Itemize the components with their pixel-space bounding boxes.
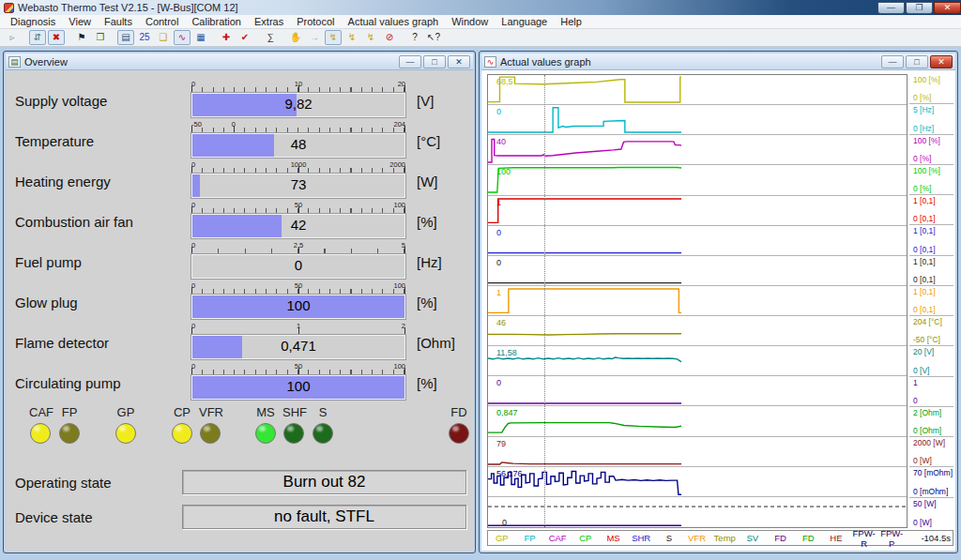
value-bar: 100 xyxy=(191,295,405,319)
row-circulating-pump: Circulating pump 0 50 100 100 [%] xyxy=(15,359,467,400)
graph-close-button[interactable]: ✕ xyxy=(930,55,953,68)
strip-value: 11,58 xyxy=(496,348,517,357)
table-icon[interactable]: ▦ xyxy=(192,30,209,45)
device-state-value: no fault, STFL xyxy=(182,505,466,529)
protocol-icon[interactable]: ❒ xyxy=(92,30,109,45)
graph-plot-area: 68,5 0 40 100 1 xyxy=(487,74,908,528)
strip-value: 1 xyxy=(496,288,501,297)
vfr-led-icon xyxy=(200,423,221,444)
overview-window: ▤ Overview — □ ✕ Supply voltage 0 10 20 xyxy=(4,52,475,552)
faults-bubble-icon[interactable]: ❑ xyxy=(155,30,172,45)
caf-led-icon xyxy=(30,423,51,444)
overview-close-button[interactable]: ✕ xyxy=(448,55,470,68)
flash-stop-icon[interactable]: ↯ xyxy=(362,30,379,45)
stop-icon[interactable]: ✖ xyxy=(48,30,65,45)
check-icon[interactable]: ✔ xyxy=(236,30,253,45)
time-cursor-line[interactable] xyxy=(544,75,545,527)
strip-gp: 68,5 xyxy=(488,75,907,105)
menu-window[interactable]: Window xyxy=(445,15,495,29)
value-bar: 0 xyxy=(191,254,405,279)
strip-shr: 0 xyxy=(488,226,907,256)
row-label: Temperature xyxy=(15,126,191,149)
strip-value: 0 xyxy=(496,378,501,387)
led-vfr: VFR xyxy=(199,405,221,444)
mdi-area: ▤ Overview — □ ✕ Supply voltage 0 10 20 xyxy=(0,48,961,560)
menu-calibration[interactable]: Calibration xyxy=(185,15,248,29)
flag-icon[interactable]: ⚑ xyxy=(73,30,90,45)
overview-minimize-button[interactable]: — xyxy=(399,55,421,68)
menu-extras[interactable]: Extras xyxy=(248,15,290,29)
overview-window-icon[interactable]: ▤ xyxy=(117,30,134,45)
bar-value: 73 xyxy=(192,176,404,192)
axis-gp: 100 [%]0 [%] xyxy=(909,74,953,104)
row-label: Combustion air fan xyxy=(15,206,191,230)
legend-s: S xyxy=(655,533,683,543)
row-unit: [W] xyxy=(405,166,438,189)
legend-fpw-r: FPW-R xyxy=(850,528,878,549)
overview-restore-button[interactable]: □ xyxy=(423,55,446,68)
flash-record-icon[interactable]: ↯ xyxy=(325,30,342,45)
prohibit-icon[interactable]: ⊘ xyxy=(381,30,398,45)
restore-button[interactable]: ❐ xyxy=(906,2,933,14)
bar-value: 42 xyxy=(192,217,404,233)
strip-cp: 100 xyxy=(488,165,907,195)
row-flame-detector: Flame detector 0 1 2 0,471 [Ohm] xyxy=(15,319,467,359)
menu-language[interactable]: Language xyxy=(495,15,554,29)
legend-caf: CAF xyxy=(543,533,572,543)
strip-s: 0 xyxy=(488,256,907,286)
ruler: 0 1000 2000 xyxy=(191,160,405,174)
menu-help[interactable]: Help xyxy=(554,15,588,29)
strip-fp: 0 xyxy=(488,105,907,135)
bar-value: 9,82 xyxy=(192,96,404,112)
graph-window-icon[interactable]: ∿ xyxy=(174,30,191,45)
bar-value: 100 xyxy=(192,297,404,313)
graph-restore-button[interactable]: □ xyxy=(906,55,928,68)
axis-sv: 20 [V]0 [V] xyxy=(909,346,953,376)
led-shf: SHF xyxy=(282,405,305,444)
trace-fp xyxy=(488,108,681,132)
bar-value: 0,471 xyxy=(192,338,404,354)
graph-axis-column: 100 [%]0 [%] 5 [Hz]0 [Hz] 100 [%]0 [%] 1… xyxy=(909,74,953,528)
export-icon[interactable]: ▹ xyxy=(4,30,21,45)
strip-fd2: 0,847 xyxy=(488,406,907,436)
menu-faults[interactable]: Faults xyxy=(98,15,139,29)
row-unit: [°C] xyxy=(405,126,440,149)
flash-add-icon[interactable]: ↯ xyxy=(343,30,360,45)
menu-diagnosis[interactable]: Diagnosis xyxy=(4,15,62,29)
minimize-button[interactable]: — xyxy=(877,2,905,14)
main-titlebar[interactable]: Webasto Thermo Test V2.15 - [W-Bus][COM … xyxy=(0,0,961,15)
menu-protocol[interactable]: Protocol xyxy=(290,15,341,29)
actual-values-icon[interactable]: 25 xyxy=(136,30,153,45)
close-button[interactable]: ✕ xyxy=(934,2,961,14)
help-icon[interactable]: ? xyxy=(406,30,423,45)
axis-caf: 100 [%]0 [%] xyxy=(909,135,953,165)
overview-titlebar[interactable]: ▤ Overview — □ ✕ xyxy=(6,53,473,70)
menu-view[interactable]: View xyxy=(62,15,98,29)
graph-titlebar[interactable]: ∿ Actual values graph — □ ✕ xyxy=(481,53,955,70)
axis-shr: 1 [0,1]0 [0,1] xyxy=(909,225,953,255)
graph-minimize-button[interactable]: — xyxy=(881,55,904,68)
axis-fpw-r: 70 [mOhm]0 [mOhm] xyxy=(909,467,953,497)
strip-caf: 40 xyxy=(488,135,907,165)
add-icon[interactable]: ✚ xyxy=(218,30,235,45)
menu-actual-values-graph[interactable]: Actual values graph xyxy=(342,15,446,29)
context-help-icon[interactable]: ↖? xyxy=(425,30,442,45)
legend-ms: MS xyxy=(600,533,628,543)
led-fp: FP xyxy=(58,405,81,444)
graph-window-icon: ∿ xyxy=(484,56,496,68)
sum-icon[interactable]: ∑ xyxy=(262,30,279,45)
cp-led-icon xyxy=(172,423,192,444)
menu-control[interactable]: Control xyxy=(139,15,185,29)
refresh-icon[interactable]: ⇵ xyxy=(29,30,46,45)
value-bar: 100 xyxy=(191,375,405,400)
device-state-row: Device state no fault, STFL xyxy=(15,505,467,529)
arrow-icon[interactable]: → xyxy=(306,30,323,45)
hand-icon[interactable]: ✋ xyxy=(287,30,304,45)
led-ms: MS xyxy=(254,405,277,444)
axis-fpw-p: 50 [W]0 [W] xyxy=(909,498,953,528)
axis-temp: 204 [°C]-50 [°C] xyxy=(909,316,953,346)
row-label: Heating energy xyxy=(15,166,191,189)
ruler: 0 1 2 xyxy=(191,322,405,335)
strip-value: 79 xyxy=(496,439,506,448)
ruler: 0 50 100 xyxy=(191,362,405,375)
